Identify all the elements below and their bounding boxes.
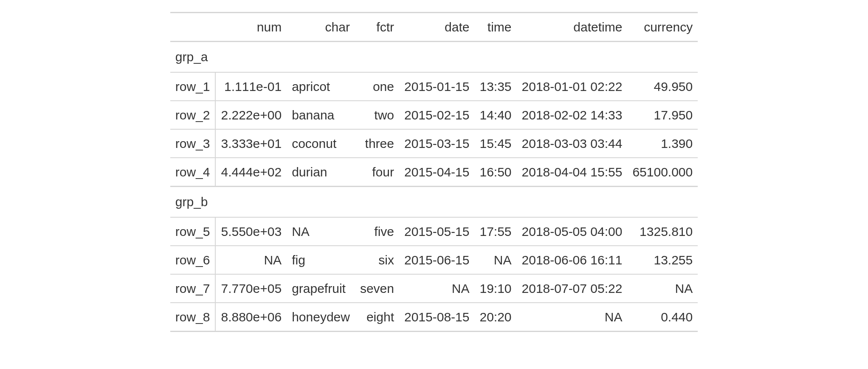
cell-fctr: seven <box>355 274 399 303</box>
cell-stub: row_1 <box>170 72 216 101</box>
cell-stub: row_6 <box>170 246 216 274</box>
cell-time: 14:40 <box>474 101 516 129</box>
cell-datetime: 2018-07-07 05:22 <box>517 274 628 303</box>
cell-char: NA <box>287 217 355 246</box>
cell-char: honeydew <box>287 303 355 332</box>
cell-currency: 49.950 <box>627 72 698 101</box>
cell-char: durian <box>287 158 355 187</box>
cell-num: 2.222e+00 <box>215 101 287 129</box>
header-currency: currency <box>627 13 698 42</box>
table-row: row_2 2.222e+00 banana two 2015-02-15 14… <box>170 101 698 129</box>
cell-currency: NA <box>627 274 698 303</box>
cell-fctr: one <box>355 72 399 101</box>
cell-num: 5.550e+03 <box>215 217 287 246</box>
cell-date: 2015-04-15 <box>399 158 474 187</box>
cell-datetime: 2018-04-04 15:55 <box>517 158 628 187</box>
cell-fctr: three <box>355 129 399 158</box>
cell-datetime: NA <box>517 303 628 332</box>
cell-date: 2015-02-15 <box>399 101 474 129</box>
cell-stub: row_3 <box>170 129 216 158</box>
table-row: row_8 8.880e+06 honeydew eight 2015-08-1… <box>170 303 698 332</box>
cell-fctr: four <box>355 158 399 187</box>
header-row: num char fctr date time datetime currenc… <box>170 13 698 42</box>
table-row: row_4 4.444e+02 durian four 2015-04-15 1… <box>170 158 698 187</box>
cell-stub: row_8 <box>170 303 216 332</box>
cell-num: 8.880e+06 <box>215 303 287 332</box>
header-num: num <box>215 13 287 42</box>
cell-currency: 0.440 <box>627 303 698 332</box>
cell-num: 4.444e+02 <box>215 158 287 187</box>
header-datetime: datetime <box>517 13 628 42</box>
group-row: grp_b <box>170 187 698 218</box>
cell-datetime: 2018-06-06 16:11 <box>517 246 628 274</box>
cell-time: NA <box>474 246 516 274</box>
cell-char: coconut <box>287 129 355 158</box>
cell-stub: row_5 <box>170 217 216 246</box>
cell-datetime: 2018-02-02 14:33 <box>517 101 628 129</box>
table-row: row_3 3.333e+01 coconut three 2015-03-15… <box>170 129 698 158</box>
cell-stub: row_2 <box>170 101 216 129</box>
table-row: row_6 NA fig six 2015-06-15 NA 2018-06-0… <box>170 246 698 274</box>
cell-time: 15:45 <box>474 129 516 158</box>
cell-datetime: 2018-01-01 02:22 <box>517 72 628 101</box>
cell-char: fig <box>287 246 355 274</box>
header-fctr: fctr <box>355 13 399 42</box>
cell-currency: 65100.000 <box>627 158 698 187</box>
cell-time: 16:50 <box>474 158 516 187</box>
cell-fctr: six <box>355 246 399 274</box>
header-char: char <box>287 13 355 42</box>
cell-num: 3.333e+01 <box>215 129 287 158</box>
group-label: grp_a <box>170 42 698 73</box>
cell-char: banana <box>287 101 355 129</box>
cell-fctr: eight <box>355 303 399 332</box>
cell-fctr: two <box>355 101 399 129</box>
cell-date: 2015-06-15 <box>399 246 474 274</box>
header-time: time <box>474 13 516 42</box>
cell-fctr: five <box>355 217 399 246</box>
header-stub <box>170 13 216 42</box>
table-row: row_7 7.770e+05 grapefruit seven NA 19:1… <box>170 274 698 303</box>
cell-date: 2015-05-15 <box>399 217 474 246</box>
cell-currency: 1325.810 <box>627 217 698 246</box>
cell-stub: row_4 <box>170 158 216 187</box>
data-table: num char fctr date time datetime currenc… <box>170 12 698 332</box>
cell-datetime: 2018-05-05 04:00 <box>517 217 628 246</box>
cell-datetime: 2018-03-03 03:44 <box>517 129 628 158</box>
cell-date: 2015-03-15 <box>399 129 474 158</box>
cell-date: 2015-08-15 <box>399 303 474 332</box>
cell-date: NA <box>399 274 474 303</box>
cell-time: 13:35 <box>474 72 516 101</box>
table-row: row_1 1.111e-01 apricot one 2015-01-15 1… <box>170 72 698 101</box>
cell-currency: 13.255 <box>627 246 698 274</box>
cell-num: NA <box>215 246 287 274</box>
header-date: date <box>399 13 474 42</box>
cell-char: apricot <box>287 72 355 101</box>
cell-time: 19:10 <box>474 274 516 303</box>
table-row: row_5 5.550e+03 NA five 2015-05-15 17:55… <box>170 217 698 246</box>
cell-time: 17:55 <box>474 217 516 246</box>
cell-char: grapefruit <box>287 274 355 303</box>
cell-date: 2015-01-15 <box>399 72 474 101</box>
cell-currency: 17.950 <box>627 101 698 129</box>
cell-time: 20:20 <box>474 303 516 332</box>
cell-num: 1.111e-01 <box>215 72 287 101</box>
group-label: grp_b <box>170 187 698 218</box>
cell-stub: row_7 <box>170 274 216 303</box>
cell-num: 7.770e+05 <box>215 274 287 303</box>
cell-currency: 1.390 <box>627 129 698 158</box>
group-row: grp_a <box>170 42 698 73</box>
